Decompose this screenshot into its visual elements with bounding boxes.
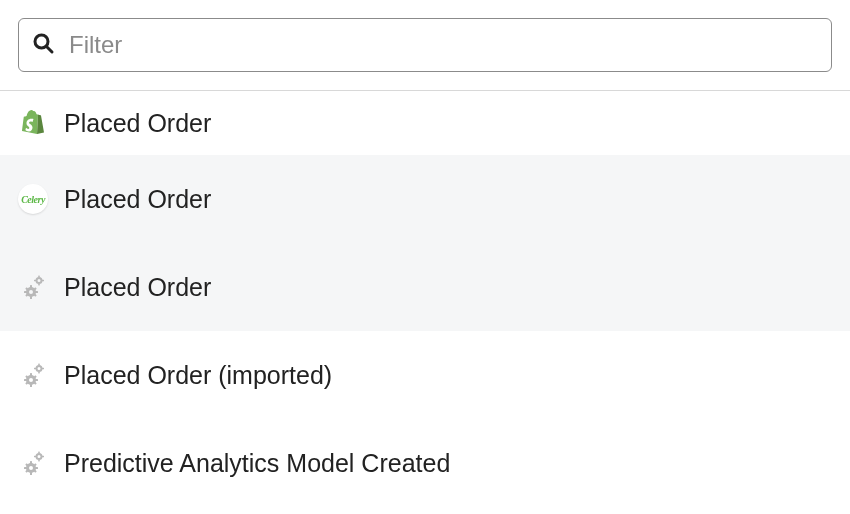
svg-rect-4 (24, 291, 27, 293)
svg-rect-5 (35, 291, 38, 293)
svg-rect-28 (24, 467, 27, 469)
list-item[interactable]: Celery Placed Order (0, 155, 850, 243)
svg-rect-24 (34, 368, 36, 370)
svg-rect-13 (42, 280, 44, 282)
gears-icon (18, 448, 48, 478)
svg-rect-17 (35, 379, 38, 381)
svg-rect-35 (38, 460, 40, 462)
svg-rect-11 (38, 284, 40, 286)
svg-rect-15 (30, 384, 32, 387)
shopify-icon (18, 108, 48, 138)
svg-rect-23 (38, 372, 40, 374)
list-item[interactable]: Placed Order (imported) (0, 331, 850, 419)
svg-rect-14 (30, 373, 32, 376)
search-icon (31, 31, 55, 59)
list-item-label: Placed Order (64, 273, 211, 302)
list-item-label: Placed Order (64, 185, 211, 214)
svg-rect-29 (35, 467, 38, 469)
svg-rect-34 (38, 452, 40, 454)
svg-rect-2 (30, 285, 32, 288)
metric-list: Placed Order Celery Placed Order (0, 91, 850, 507)
search-box[interactable] (18, 18, 832, 72)
celery-icon: Celery (18, 184, 48, 214)
svg-rect-36 (34, 456, 36, 458)
svg-rect-22 (38, 364, 40, 366)
svg-rect-3 (30, 296, 32, 299)
svg-rect-26 (30, 461, 32, 464)
list-item-label: Predictive Analytics Model Created (64, 449, 450, 478)
list-item[interactable]: Predictive Analytics Model Created (0, 419, 850, 507)
search-container (0, 0, 850, 90)
svg-line-1 (47, 47, 52, 52)
list-item[interactable]: Placed Order (0, 243, 850, 331)
list-item-label: Placed Order (64, 109, 211, 138)
svg-rect-27 (30, 472, 32, 475)
svg-rect-10 (38, 276, 40, 278)
list-item-label: Placed Order (imported) (64, 361, 332, 390)
svg-rect-25 (42, 368, 44, 370)
gears-icon (18, 272, 48, 302)
svg-rect-12 (34, 280, 36, 282)
svg-rect-37 (42, 456, 44, 458)
list-item[interactable]: Placed Order (0, 91, 850, 155)
svg-rect-16 (24, 379, 27, 381)
gears-icon (18, 360, 48, 390)
filter-input[interactable] (69, 31, 819, 59)
